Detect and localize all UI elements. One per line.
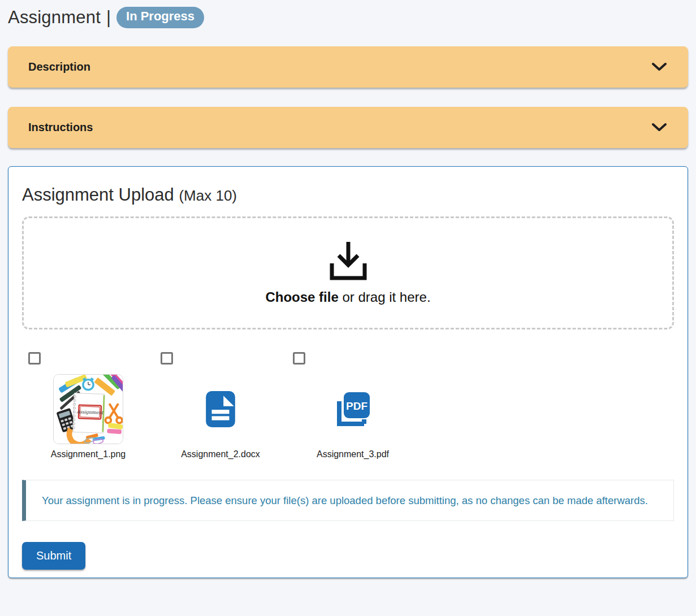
file-thumbnail-wrap: PDF xyxy=(287,372,419,446)
panel-title-text: Assignment Upload xyxy=(22,185,174,205)
page-title: Assignment xyxy=(8,7,101,28)
pdf-icon[interactable]: PDF xyxy=(335,391,371,427)
image-preview-thumbnail[interactable]: Assignment xyxy=(53,374,123,444)
docx-icon[interactable] xyxy=(206,391,235,427)
download-icon xyxy=(327,241,370,281)
info-box: Your assignment is in progress. Please e… xyxy=(22,480,674,521)
file-checkbox[interactable] xyxy=(293,352,305,365)
title-separator: | xyxy=(106,7,111,28)
accordion-label: Instructions xyxy=(28,121,93,134)
max-files-note: (Max 10) xyxy=(179,187,237,204)
file-name: Assignment_2.docx xyxy=(154,449,287,459)
file-item: Assignment Assignment_1.png xyxy=(22,352,154,459)
choose-file-label: Choose file xyxy=(265,289,338,305)
submit-button[interactable]: Submit xyxy=(22,542,85,570)
info-message: Your assignment is in progress. Please e… xyxy=(42,491,658,510)
file-name: Assignment_3.pdf xyxy=(287,449,419,459)
file-dropzone[interactable]: Choose file or drag it here. xyxy=(22,216,674,329)
accordion-description[interactable]: Description xyxy=(8,46,688,88)
page: Assignment | In Progress Description Ins… xyxy=(0,0,696,589)
chevron-down-icon xyxy=(652,123,667,132)
pdf-icon-text: PDF xyxy=(346,400,368,412)
file-checkbox[interactable] xyxy=(161,352,173,365)
status-badge: In Progress xyxy=(116,7,204,28)
uploaded-files-list: Assignment Assignment_1.png xyxy=(22,352,674,459)
accordion-instructions[interactable]: Instructions xyxy=(8,107,688,148)
file-item: PDF Assignment_3.pdf xyxy=(287,352,419,459)
chevron-down-icon xyxy=(652,62,667,71)
thumbnail-assignment-text: Assignment xyxy=(76,409,103,415)
accordion-label: Description xyxy=(28,60,90,73)
upload-panel: Assignment Upload (Max 10) Choose file o… xyxy=(8,166,688,578)
drag-here-label: or drag it here. xyxy=(339,289,431,305)
file-thumbnail-wrap: Assignment xyxy=(22,372,154,446)
panel-title: Assignment Upload (Max 10) xyxy=(22,185,674,205)
header: Assignment | In Progress xyxy=(8,5,688,28)
file-thumbnail-wrap xyxy=(154,372,287,446)
file-item: Assignment_2.docx xyxy=(154,352,287,459)
file-name: Assignment_1.png xyxy=(22,449,154,459)
file-checkbox[interactable] xyxy=(28,352,41,365)
dropzone-text: Choose file or drag it here. xyxy=(265,289,430,305)
